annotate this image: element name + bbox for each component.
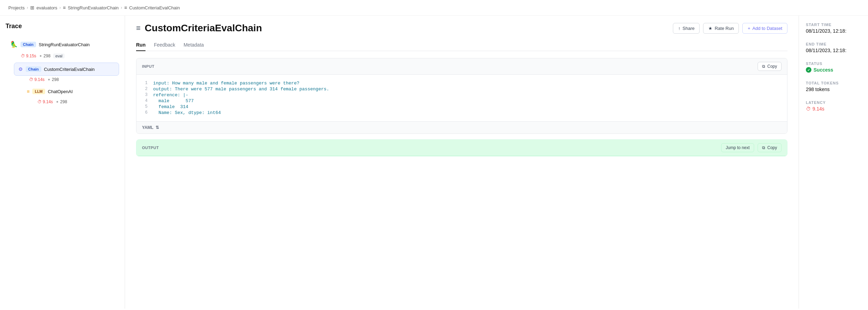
share-icon: ↑: [678, 26, 681, 31]
settings-icon: ⚙: [18, 66, 23, 72]
trace-meta-custom-criteria: ⏱ 9.14s ⚬ 298: [14, 76, 119, 85]
tab-feedback[interactable]: Feedback: [154, 39, 175, 51]
yaml-toggle[interactable]: YAML ⇅: [136, 121, 787, 133]
yaml-label: YAML: [142, 125, 153, 130]
trace-time-string-run: ⏱ 9.15s: [21, 54, 36, 58]
list-icon-1: ≡: [63, 5, 66, 10]
tab-run[interactable]: Run: [136, 39, 145, 51]
trace-item-string-run: 🦜 Chain StringRunEvaluatorChain ⏱ 9.15s …: [6, 37, 119, 61]
trace-label-chat-openai: ChatOpenAI: [48, 89, 115, 94]
status-value: ✓ Success: [806, 67, 861, 73]
trace-tag-string-run: eval: [53, 54, 64, 58]
total-tokens-section: TOTAL TOKENS 298 tokens: [806, 81, 861, 92]
trace-label-string-run: StringRunEvaluatorChain: [39, 42, 115, 47]
trace-meta-chat-openai: ⏱ 9.14s ⚬ 298: [22, 98, 119, 107]
breadcrumb-evaluators[interactable]: ⊞ evaluators: [30, 5, 57, 10]
breadcrumb-string-run-label: StringRunEvaluatorChain: [68, 5, 119, 10]
expand-icon: ⇅: [156, 125, 159, 130]
rate-run-button[interactable]: ★ Rate Run: [703, 23, 739, 34]
trace-badge-chain-2: Chain: [26, 66, 41, 72]
status-dot: ✓: [806, 67, 811, 73]
star-icon: ★: [708, 26, 712, 31]
breadcrumb-sep-3: ›: [121, 5, 122, 10]
tab-metadata[interactable]: Metadata: [184, 39, 204, 51]
code-line-1: 1 input: How many male and female passen…: [136, 80, 787, 86]
breadcrumb-custom-criteria-label: CustomCriteriaEvalChain: [129, 5, 180, 10]
title-list-icon: ≡: [136, 24, 141, 33]
trace-row-custom-criteria[interactable]: ⚙ Chain CustomCriteriaEvalChain: [14, 63, 119, 76]
latency-section: LATENCY ⏱ 9.14s: [806, 100, 861, 112]
input-section: INPUT ⧉ Copy 1 input: How many male and …: [136, 58, 787, 134]
clock-icon-3: ⏱: [37, 99, 42, 104]
token-icon-3: ⚬: [56, 99, 59, 104]
jump-to-next-button[interactable]: Jump to next: [721, 143, 754, 152]
clock-icon-2: ⏱: [29, 77, 33, 82]
plus-icon: +: [748, 26, 750, 31]
main-layout: Trace 🦜 Chain StringRunEvaluatorChain ⏱ …: [0, 16, 868, 309]
trace-panel: Trace 🦜 Chain StringRunEvaluatorChain ⏱ …: [0, 16, 125, 309]
trace-tokens-custom-criteria: ⚬ 298: [47, 77, 59, 82]
trace-time-chat-openai: ⏱ 9.14s: [37, 99, 53, 104]
input-code-area: 1 input: How many male and female passen…: [136, 75, 787, 121]
trace-row-string-run[interactable]: 🦜 Chain StringRunEvaluatorChain: [6, 37, 119, 52]
input-copy-button[interactable]: ⧉ Copy: [758, 62, 782, 71]
total-tokens-key: TOTAL TOKENS: [806, 81, 861, 85]
page-title: CustomCriteriaEvalChain: [145, 23, 262, 34]
trace-tokens-string-run: ⚬ 298: [39, 54, 50, 58]
copy-icon-1: ⧉: [762, 64, 765, 69]
breadcrumb-sep-2: ›: [59, 5, 61, 10]
trace-time-custom-criteria: ⏱ 9.14s: [29, 77, 44, 82]
trace-meta-string-run: ⏱ 9.15s ⚬ 298 eval: [6, 52, 119, 61]
trace-tokens-chat-openai: ⚬ 298: [56, 99, 67, 104]
header-actions: ↑ Share ★ Rate Run + Add to Dataset: [673, 23, 787, 34]
trace-badge-llm: LLM: [32, 89, 45, 94]
breadcrumb-string-run[interactable]: ≡ StringRunEvaluatorChain: [63, 5, 119, 10]
copy-icon-2: ⧉: [762, 145, 765, 150]
start-time-value: 08/11/2023, 12:18:: [806, 28, 861, 34]
total-tokens-value: 298 tokens: [806, 87, 861, 92]
input-section-header: INPUT ⧉ Copy: [136, 58, 787, 75]
code-line-3: 3 reference: |-: [136, 92, 787, 98]
start-time-key: START TIME: [806, 23, 861, 27]
content-panel: ≡ CustomCriteriaEvalChain ↑ Share ★ Rate…: [125, 16, 799, 309]
breadcrumb-projects-label: Projects: [8, 5, 25, 10]
content-header: ≡ CustomCriteriaEvalChain ↑ Share ★ Rate…: [136, 23, 787, 34]
breadcrumb-custom-criteria[interactable]: ≡ CustomCriteriaEvalChain: [124, 5, 180, 10]
code-line-5: 5 female 314: [136, 104, 787, 110]
end-time-section: END TIME 08/11/2023, 12:18:: [806, 42, 861, 53]
grid-icon: ⊞: [30, 5, 34, 10]
llm-icon: ≡: [27, 89, 30, 94]
clock-icon-1: ⏱: [21, 54, 25, 58]
tabs: Run Feedback Metadata: [136, 39, 787, 51]
right-panel: START TIME 08/11/2023, 12:18: END TIME 0…: [799, 16, 868, 309]
output-copy-button[interactable]: ⧉ Copy: [758, 143, 782, 152]
output-label: OUTPUT: [142, 146, 159, 150]
end-time-value: 08/11/2023, 12:18:: [806, 48, 861, 53]
breadcrumb-sep-1: ›: [27, 5, 28, 10]
token-icon-1: ⚬: [39, 54, 42, 58]
status-key: STATUS: [806, 62, 861, 66]
trace-badge-chain-1: Chain: [20, 42, 36, 47]
content-title-area: ≡ CustomCriteriaEvalChain: [136, 23, 262, 34]
trace-row-chat-openai[interactable]: ≡ LLM ChatOpenAI: [22, 85, 119, 98]
token-icon-2: ⚬: [47, 77, 51, 82]
trace-item-custom-criteria: ⚙ Chain CustomCriteriaEvalChain ⏱ 9.14s …: [14, 63, 119, 85]
code-line-2: 2 output: There were 577 male passengers…: [136, 86, 787, 92]
trace-item-chat-openai: ≡ LLM ChatOpenAI ⏱ 9.14s ⚬ 298: [22, 85, 119, 107]
input-label: INPUT: [142, 64, 155, 68]
share-button[interactable]: ↑ Share: [673, 23, 700, 34]
end-time-key: END TIME: [806, 42, 861, 46]
breadcrumb-projects[interactable]: Projects: [8, 5, 25, 10]
latency-key: LATENCY: [806, 100, 861, 105]
status-section: STATUS ✓ Success: [806, 62, 861, 73]
start-time-section: START TIME 08/11/2023, 12:18:: [806, 23, 861, 34]
list-icon-2: ≡: [124, 5, 127, 10]
bird-icon: 🦜: [10, 41, 18, 48]
output-header: OUTPUT Jump to next ⧉ Copy: [136, 140, 787, 156]
latency-value: ⏱ 9.14s: [806, 106, 861, 112]
breadcrumb: Projects › ⊞ evaluators › ≡ StringRunEva…: [0, 0, 868, 16]
trace-label-custom-criteria: CustomCriteriaEvalChain: [44, 67, 115, 72]
trace-title: Trace: [6, 23, 119, 30]
latency-clock-icon: ⏱: [806, 106, 811, 112]
add-to-dataset-button[interactable]: + Add to Dataset: [742, 23, 787, 34]
